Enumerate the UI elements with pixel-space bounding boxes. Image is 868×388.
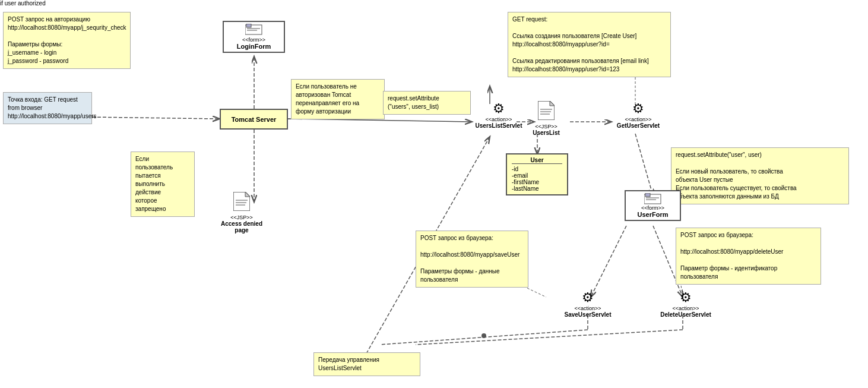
save-user-servlet-label: SaveUserServlet: [558, 311, 617, 318]
access-denied-icon: [215, 192, 268, 214]
delete-user-servlet-label: DeleteUserServlet: [653, 311, 718, 318]
user-email-field: -email: [512, 172, 562, 179]
svg-line-0: [92, 117, 220, 119]
user-tries-note: Еслипользовательпытаетсявыполнитьдействи…: [131, 152, 195, 217]
transfer-note: Передача управленияUsersListServlet: [313, 352, 420, 376]
login-form-box: <<form>> LoginForm: [223, 21, 285, 53]
access-denied-node: <<JSP>> Access denied page: [215, 192, 268, 234]
login-form-label: LoginForm: [227, 43, 281, 50]
get-user-servlet-stereotype: <<action>>: [612, 116, 665, 122]
user-lastname-field: -lastName: [512, 185, 562, 192]
svg-marker-32: [245, 192, 250, 197]
svg-rect-23: [246, 24, 251, 27]
save-user-servlet-node: ⚙ <<action>> SaveUserServlet: [558, 290, 617, 318]
delete-user-servlet-gear-icon: ⚙: [653, 290, 718, 305]
login-form-icon: [227, 24, 281, 36]
get-user-servlet-gear-icon: ⚙: [612, 101, 665, 116]
if-user-authorized-label: if user authorized: [0, 0, 46, 7]
post-delete-note: POST запрос из браузера: http://localhos…: [676, 228, 821, 285]
svg-point-14: [481, 333, 486, 338]
delete-user-servlet-stereotype: <<action>>: [653, 305, 718, 311]
users-list-node: <<JSP>> UsersList: [522, 101, 570, 136]
get-request-note: GET request: Ссылка создания пользовател…: [508, 12, 671, 77]
svg-line-13: [380, 330, 588, 345]
delete-user-servlet-node: ⚙ <<action>> DeleteUserServlet: [653, 290, 718, 318]
user-id-field: -id: [512, 166, 562, 172]
tomcat-server-label: Tomcat Server: [232, 116, 277, 123]
get-user-servlet-node: ⚙ <<action>> GetUserServlet: [612, 101, 665, 129]
diagram-container: if user authorized Точка входа: GET requ…: [0, 0, 868, 388]
svg-line-9: [591, 226, 626, 297]
user-form-stereotype: <<form>>: [629, 205, 677, 211]
users-list-servlet-gear-icon: ⚙: [475, 101, 522, 116]
access-denied-stereotype: <<JSP>>: [215, 214, 268, 220]
entry-point-note: Точка входа: GET request from browser ht…: [3, 92, 92, 124]
request-set-attribute-note: request.setAttribute("users", users_list…: [383, 91, 471, 115]
user-class-label: User: [512, 157, 562, 164]
users-list-stereotype: <<JSP>>: [522, 124, 570, 130]
users-list-servlet-stereotype: <<action>>: [475, 116, 522, 122]
post-save-note: POST запрос из браузера: http://localhos…: [416, 231, 528, 288]
save-user-servlet-gear-icon: ⚙: [558, 290, 617, 305]
request-set-user-note: request.setAttribute("user", user) Если …: [671, 147, 849, 204]
users-list-label: UsersList: [522, 130, 570, 136]
user-class-box: User -id -email -firstName -lastName: [506, 153, 568, 195]
svg-rect-37: [645, 193, 650, 197]
svg-line-8: [635, 134, 653, 196]
user-form-icon: [629, 193, 677, 205]
users-list-servlet-node: ⚙ <<action>> UsersListServlet: [475, 101, 522, 129]
access-denied-label: Access denied page: [215, 220, 268, 234]
save-user-servlet-stereotype: <<action>>: [558, 305, 617, 311]
user-form-box: <<form>> UserForm: [625, 190, 681, 221]
tomcat-unauthorized-note: Если пользователь неавторизован Tomcatпе…: [291, 79, 385, 119]
svg-marker-27: [550, 101, 555, 106]
login-form-stereotype: <<form>>: [227, 37, 281, 43]
svg-line-16: [416, 330, 683, 345]
tomcat-server-box: Tomcat Server: [220, 109, 288, 130]
post-request-note: POST запрос на авторизациюhttp://localho…: [3, 12, 131, 69]
users-list-servlet-label: UsersListServlet: [475, 122, 522, 129]
user-firstname-field: -firstName: [512, 179, 562, 185]
get-user-servlet-label: GetUserServlet: [612, 122, 665, 129]
user-form-label: UserForm: [629, 211, 677, 218]
users-list-icon: [522, 101, 570, 124]
